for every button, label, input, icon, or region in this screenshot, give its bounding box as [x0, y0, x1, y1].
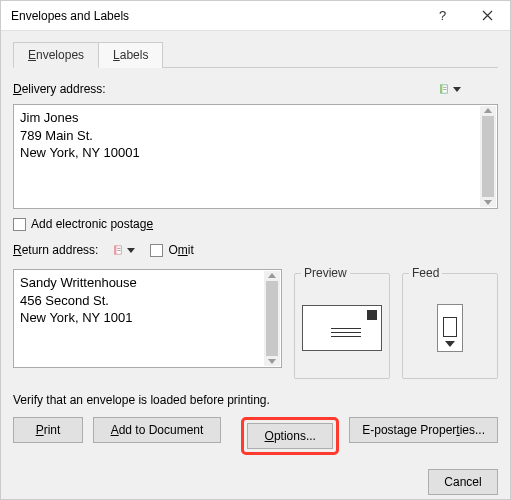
- feed-tray-icon: [437, 304, 463, 352]
- feed-legend: Feed: [409, 266, 442, 280]
- help-button[interactable]: ?: [420, 1, 465, 31]
- scroll-thumb[interactable]: [266, 281, 278, 356]
- feed-group[interactable]: Feed: [402, 273, 498, 379]
- scroll-thumb[interactable]: [482, 116, 494, 197]
- print-button[interactable]: Print: [13, 417, 83, 443]
- e-postage-properties-button[interactable]: E-postage Properties...: [349, 417, 498, 443]
- options-highlight: Options...: [241, 417, 339, 455]
- dialog-footer: Cancel: [1, 459, 510, 500]
- return-address-input[interactable]: [14, 270, 281, 364]
- scroll-up-icon: [484, 108, 492, 113]
- preview-legend: Preview: [301, 266, 350, 280]
- down-arrow-icon: [445, 341, 455, 347]
- address-book-icon: [113, 242, 124, 258]
- svg-rect-6: [118, 248, 121, 249]
- svg-rect-1: [440, 85, 442, 93]
- svg-rect-7: [118, 250, 121, 251]
- add-electronic-postage-checkbox[interactable]: Add electronic postage: [13, 217, 498, 231]
- checkbox-box-icon: [150, 244, 163, 257]
- address-book-icon: [439, 81, 450, 97]
- checkbox-box-icon: [13, 218, 26, 231]
- return-address-book-button[interactable]: [106, 239, 142, 261]
- delivery-address-field-wrap: [13, 104, 498, 209]
- tab-labels[interactable]: Labels: [98, 42, 163, 68]
- dialog-content: Envelopes Labels Delivery address:: [1, 31, 510, 459]
- chevron-down-icon: [127, 248, 135, 253]
- preview-group[interactable]: Preview: [294, 273, 390, 379]
- options-button[interactable]: Options...: [247, 423, 333, 449]
- svg-rect-3: [443, 89, 446, 90]
- add-electronic-postage-label: Add electronic postage: [31, 217, 153, 231]
- return-address-field-wrap: [13, 269, 282, 368]
- svg-rect-2: [443, 87, 446, 88]
- omit-checkbox[interactable]: Omit: [150, 243, 193, 257]
- close-button[interactable]: [465, 1, 510, 31]
- return-address-label: Return address:: [13, 243, 98, 257]
- cancel-button[interactable]: Cancel: [428, 469, 498, 495]
- svg-rect-5: [115, 246, 117, 254]
- omit-label: Omit: [168, 243, 193, 257]
- chevron-down-icon: [453, 87, 461, 92]
- delivery-address-input[interactable]: [14, 105, 497, 205]
- scroll-up-icon: [268, 273, 276, 278]
- titlebar: Envelopes and Labels ?: [1, 1, 510, 31]
- verify-text: Verify that an envelope is loaded before…: [13, 393, 498, 407]
- close-icon: [482, 10, 493, 21]
- tab-panel-envelopes: Delivery address:: [13, 67, 498, 455]
- add-to-document-button[interactable]: Add to Document: [93, 417, 221, 443]
- envelope-preview-icon: [302, 305, 382, 351]
- tab-envelopes[interactable]: Envelopes: [13, 42, 99, 68]
- scrollbar[interactable]: [264, 271, 280, 366]
- scrollbar[interactable]: [480, 106, 496, 207]
- tab-strip: Envelopes Labels: [13, 41, 498, 67]
- scroll-down-icon: [484, 200, 492, 205]
- delivery-address-label: Delivery address:: [13, 82, 106, 96]
- dialog-envelopes-labels: Envelopes and Labels ? Envelopes Labels …: [0, 0, 511, 500]
- delivery-address-book-button[interactable]: [432, 78, 468, 100]
- window-title: Envelopes and Labels: [11, 9, 420, 23]
- scroll-down-icon: [268, 359, 276, 364]
